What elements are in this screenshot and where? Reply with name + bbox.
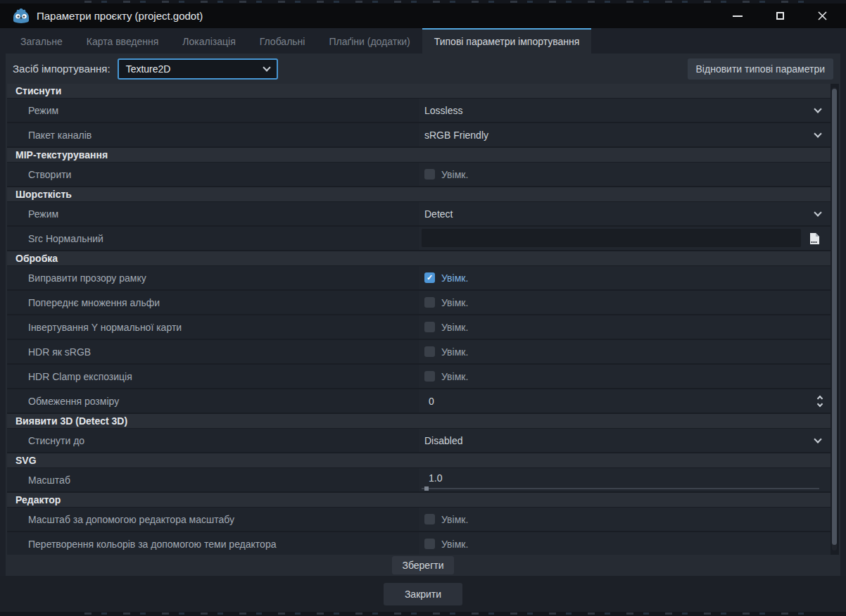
property-label: Обмеження розміру: [7, 389, 419, 413]
tab-1[interactable]: Загальне: [8, 28, 75, 54]
property-row: Інвертування Y нормальної картиУвімк.: [7, 315, 831, 339]
property-label: Масштаб за допомогою редактора масштабу: [7, 508, 419, 531]
file-browse-icon: [809, 233, 820, 244]
tab-5[interactable]: Плаґіни (додатки): [317, 28, 422, 54]
checkbox-label: Увімк.: [441, 297, 468, 308]
dropdown-value: Detect: [424, 208, 815, 220]
dialog-footer: Закрити: [0, 576, 846, 612]
chevron-down-icon: [814, 435, 821, 443]
checkbox[interactable]: [424, 514, 435, 524]
chevron-down-icon: [814, 130, 821, 137]
tab-2[interactable]: Карта введення: [75, 28, 171, 54]
section-header: Обробка: [7, 251, 831, 265]
property-label: Виправити прозору рамку: [7, 266, 419, 289]
property-row: HDR Clamp експозиціяУвімк.: [7, 365, 831, 388]
close-dialog-button[interactable]: Закрити: [384, 583, 462, 605]
close-icon: [817, 11, 828, 21]
property-row: Пакет каналівsRGB Friendly: [7, 123, 831, 146]
property-value: 1.0: [419, 468, 831, 491]
maximize-button[interactable]: [774, 11, 785, 22]
tab-bar: ЗагальнеКарта введенняЛокалізаціяГлобаль…: [0, 28, 846, 54]
property-row: Попереднє множення альфиУвімк.: [7, 291, 831, 314]
spinner-arrows-icon[interactable]: [818, 396, 822, 406]
checkbox-label: Увімк.: [441, 169, 468, 180]
property-value: Увімк.: [419, 163, 831, 186]
vertical-scrollbar[interactable]: [832, 87, 837, 551]
dropdown-value: sRGB Friendly: [424, 130, 815, 141]
checkbox[interactable]: [424, 169, 435, 180]
window-controls: [732, 11, 833, 22]
chevron-down-icon: [263, 63, 270, 71]
checkbox[interactable]: [424, 346, 435, 357]
window-title: Параметри проєкту (project.godot): [37, 10, 203, 22]
value-dropdown[interactable]: sRGB Friendly: [419, 123, 831, 146]
file-browse-button[interactable]: [805, 230, 823, 247]
property-label: Перетворення кольорів за допомогою теми …: [7, 532, 419, 555]
property-row: РежимDetect: [7, 202, 831, 225]
background-editor-top-strip: [0, 0, 846, 4]
spin-down-icon: [817, 401, 823, 406]
property-value: Увімк.: [419, 532, 831, 555]
property-label: Режим: [7, 99, 419, 122]
property-label: Стиснути до: [7, 429, 419, 452]
property-value: Увімк.: [419, 508, 831, 531]
checkbox[interactable]: ✓: [424, 272, 435, 283]
property-value: Увімк.: [419, 315, 831, 339]
property-row: Масштаб1.0: [7, 468, 831, 491]
slider-grabber[interactable]: [424, 486, 429, 491]
property-label: Створити: [7, 163, 419, 186]
tab-6[interactable]: Типові параметри імпортування: [422, 28, 592, 54]
section-header: SVG: [7, 453, 831, 467]
slider-value[interactable]: 1.0: [419, 472, 442, 484]
property-value: Увімк.: [419, 365, 831, 388]
checkbox-label: Увімк.: [441, 514, 468, 525]
save-strip: Зберегти: [6, 555, 840, 576]
property-value: 0: [419, 389, 831, 413]
value-dropdown[interactable]: Disabled: [419, 429, 831, 452]
checkbox[interactable]: [424, 371, 435, 382]
dropdown-value: Lossless: [424, 105, 815, 116]
property-label: HDR як sRGB: [7, 340, 419, 363]
property-tree: СтиснутиРежимLosslessПакет каналівsRGB F…: [7, 84, 839, 555]
minimize-button[interactable]: [732, 11, 743, 22]
spin-up-icon: [817, 395, 823, 401]
chevron-down-icon: [814, 208, 821, 216]
checkbox[interactable]: [424, 322, 435, 332]
tab-4[interactable]: Глобальні: [248, 28, 317, 54]
checkbox-label: Увімк.: [441, 272, 468, 284]
spin-value[interactable]: 0: [419, 396, 818, 407]
godot-logo-icon: [13, 8, 30, 23]
property-label: Src Нормальний: [7, 227, 419, 250]
checkbox-label: Увімк.: [441, 322, 468, 333]
reset-defaults-button[interactable]: Відновити типові параметри: [688, 58, 833, 80]
checkbox[interactable]: [424, 539, 435, 549]
close-window-button[interactable]: [816, 11, 828, 22]
slider-track[interactable]: [422, 488, 819, 489]
tab-3[interactable]: Локалізація: [170, 28, 247, 54]
property-row: HDR як sRGBУвімк.: [7, 340, 831, 363]
property-row: Перетворення кольорів за допомогою теми …: [7, 532, 831, 555]
section-header: Шорсткість: [7, 187, 831, 201]
property-row: РежимLossless: [7, 99, 831, 122]
value-dropdown[interactable]: Lossless: [419, 99, 831, 122]
scrollbar-grabber[interactable]: [832, 89, 837, 545]
chevron-down-icon: [814, 105, 821, 113]
importer-row: Засіб імпортування: Texture2D Відновити …: [6, 57, 840, 80]
checkbox-label: Увімк.: [441, 346, 468, 358]
checkbox[interactable]: [424, 297, 435, 308]
value-dropdown[interactable]: Detect: [419, 202, 831, 225]
dropdown-value: Disabled: [424, 435, 815, 446]
property-row: Стиснути доDisabled: [7, 429, 831, 452]
save-button[interactable]: Зберегти: [392, 556, 453, 574]
property-value: Увімк.: [419, 291, 831, 314]
property-value: [419, 227, 831, 250]
property-value: ✓Увімк.: [419, 266, 831, 289]
property-label: Режим: [7, 202, 419, 225]
importer-dropdown[interactable]: Texture2D: [118, 58, 278, 80]
property-label: Масштаб: [7, 468, 419, 491]
property-row: Обмеження розміру0: [7, 389, 831, 413]
section-header: Редактор: [7, 493, 831, 507]
section-header: Виявити 3D (Detect 3D): [7, 414, 831, 428]
file-path-input[interactable]: [422, 229, 801, 247]
property-label: Інвертування Y нормальної карти: [7, 315, 419, 339]
